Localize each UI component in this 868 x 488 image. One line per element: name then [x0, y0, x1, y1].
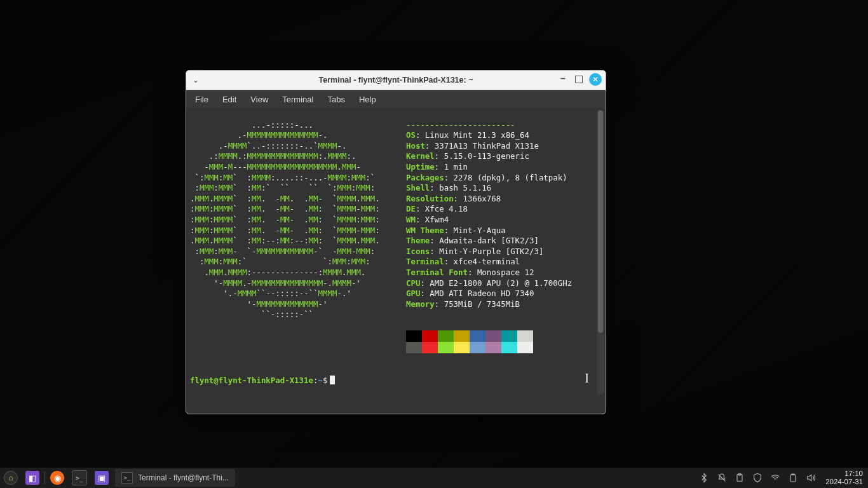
taskbar-separator: [44, 471, 45, 484]
close-button[interactable]: [589, 73, 602, 86]
neofetch-info: ----------------------- OS: Linux Mint 2…: [406, 120, 572, 354]
prompt-user: flynt@flynt-ThinkPad-X131e: [190, 376, 313, 385]
security-tray-icon[interactable]: [752, 472, 763, 484]
terminal-icon: >_: [72, 470, 87, 485]
menubar: File Edit View Terminal Tabs Help: [186, 90, 606, 108]
firefox-launcher[interactable]: ◉: [46, 468, 68, 488]
volume-tray-icon[interactable]: [805, 472, 817, 484]
titlebar[interactable]: ⌄ Terminal - flynt@flynt-ThinkPad-X131e:…: [186, 71, 606, 90]
workspace-icon: ◧: [25, 471, 39, 485]
menu-file[interactable]: File: [189, 92, 215, 107]
window-title: Terminal - flynt@flynt-ThinkPad-X131e: ~: [186, 76, 606, 85]
start-menu-button[interactable]: ⌂: [0, 468, 22, 488]
menu-terminal[interactable]: Terminal: [276, 92, 320, 107]
terminal-scrollbar[interactable]: [597, 109, 604, 395]
svg-rect-2: [790, 475, 796, 482]
menu-edit[interactable]: Edit: [216, 92, 243, 107]
maximize-button[interactable]: [575, 76, 583, 83]
files-launcher[interactable]: ▣: [91, 468, 112, 488]
bluetooth-tray-icon[interactable]: [698, 472, 710, 484]
clock-date: 2024-07-31: [825, 478, 863, 486]
clock-time: 17:10: [825, 470, 863, 478]
taskbar: ⌂ ◧ ◉ >_ ▣ >_ Terminal - flynt@flynt-Thi…: [0, 468, 868, 488]
files-icon: ▣: [95, 471, 109, 485]
shell-prompt: flynt@flynt-ThinkPad-X131e:~$: [190, 376, 602, 386]
firefox-icon: ◉: [50, 471, 64, 485]
terminal-content[interactable]: ...-:::::-... .-MMMMMMMMMMMMMMM-. .-MMMM…: [186, 108, 606, 414]
prompt-symbol: $: [323, 376, 327, 385]
show-desktop-button[interactable]: ◧: [22, 468, 43, 488]
svg-rect-3: [792, 474, 794, 475]
terminal-launcher[interactable]: >_: [68, 468, 91, 488]
neofetch-ascii-logo: ...-:::::-... .-MMMMMMMMMMMMMMM-. .-MMMM…: [190, 120, 406, 354]
task-terminal-icon: >_: [121, 472, 133, 484]
clock-applet[interactable]: 17:10 2024-07-31: [823, 470, 863, 486]
window-menu-button[interactable]: ⌄: [186, 76, 205, 85]
terminal-cursor: [330, 376, 335, 384]
terminal-window: ⌄ Terminal - flynt@flynt-ThinkPad-X131e:…: [186, 70, 606, 414]
prompt-path: ~: [318, 376, 322, 385]
mint-logo-icon: ⌂: [4, 471, 18, 485]
network-tray-icon[interactable]: [770, 472, 781, 484]
minimize-button[interactable]: [557, 74, 569, 85]
menu-tabs[interactable]: Tabs: [321, 92, 351, 107]
menu-view[interactable]: View: [244, 92, 275, 107]
desktop[interactable]: ⌄ Terminal - flynt@flynt-ThinkPad-X131e:…: [0, 0, 868, 488]
scrollbar-thumb[interactable]: [598, 111, 603, 333]
notifications-tray-icon[interactable]: [716, 472, 728, 484]
taskbar-entry-terminal[interactable]: >_ Terminal - flynt@flynt-Thi...: [115, 469, 235, 487]
battery-tray-icon[interactable]: [787, 472, 799, 484]
task-label: Terminal - flynt@flynt-Thi...: [138, 473, 229, 482]
menu-help[interactable]: Help: [353, 92, 383, 107]
clipboard-tray-icon[interactable]: [734, 472, 745, 484]
